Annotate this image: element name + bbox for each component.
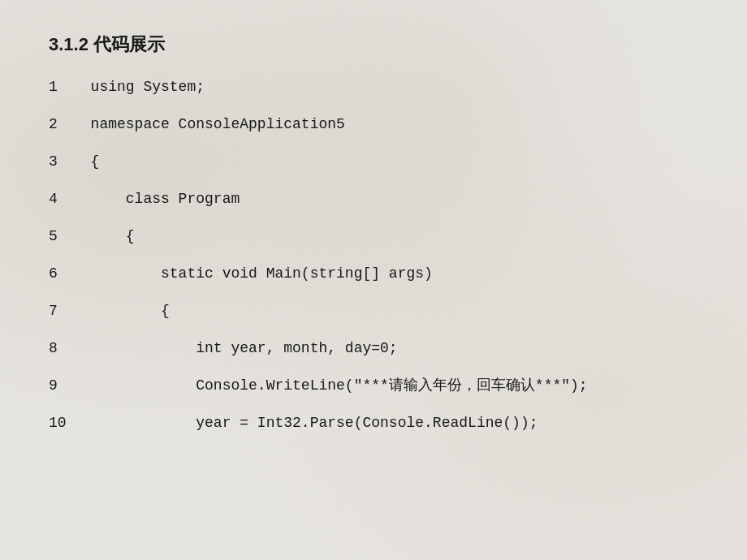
code-line: 6 static void Main(string[] args)	[49, 266, 698, 289]
line-content: int year, month, day=0;	[73, 341, 398, 355]
code-line: 3 {	[49, 154, 698, 177]
code-line: 9 Console.WriteLine("***请输入年份，回车确认***");	[49, 378, 698, 401]
code-line: 7 {	[49, 304, 698, 326]
main-content: 3.1.2 代码展示 1 using System;2 namespace Co…	[0, 0, 747, 485]
line-content: static void Main(string[] args)	[73, 266, 433, 281]
code-line: 1 using System;	[49, 80, 698, 102]
line-number: 8	[49, 341, 73, 355]
line-content: Console.WriteLine("***请输入年份，回车确认***");	[73, 378, 588, 393]
code-line: 4 class Program	[49, 192, 698, 214]
line-content: {	[73, 304, 170, 318]
line-number: 7	[49, 304, 73, 318]
code-line: 10 year = Int32.Parse(Console.ReadLine()…	[49, 416, 698, 438]
code-block: 1 using System;2 namespace ConsoleApplic…	[49, 80, 698, 438]
line-number: 1	[49, 80, 73, 94]
line-number: 5	[49, 229, 73, 243]
code-line: 2 namespace ConsoleApplication5	[49, 117, 698, 140]
line-number: 3	[49, 154, 73, 169]
line-content: {	[73, 154, 99, 169]
line-number: 4	[49, 192, 73, 206]
line-content: using System;	[73, 80, 205, 94]
code-line: 5 {	[49, 229, 698, 252]
line-number: 6	[49, 266, 73, 281]
line-number: 10	[49, 416, 73, 430]
line-number: 9	[49, 378, 73, 393]
line-content: year = Int32.Parse(Console.ReadLine());	[73, 416, 538, 430]
code-line: 8 int year, month, day=0;	[49, 341, 698, 364]
line-content: namespace ConsoleApplication5	[73, 117, 345, 131]
section-title: 3.1.2 代码展示	[49, 32, 698, 57]
line-content: {	[73, 229, 135, 243]
line-content: class Program	[73, 192, 240, 206]
line-number: 2	[49, 117, 73, 131]
